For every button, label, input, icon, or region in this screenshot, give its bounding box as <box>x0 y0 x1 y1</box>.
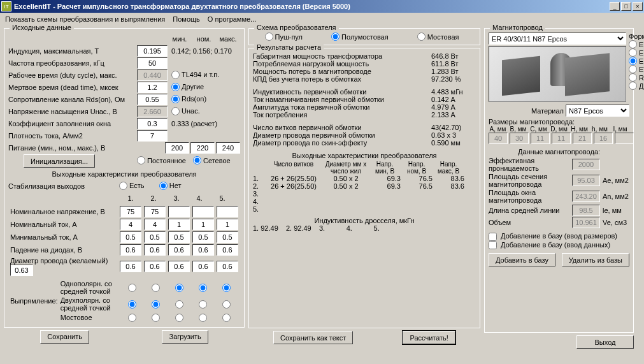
close-button[interactable]: × <box>633 2 643 11</box>
outh-vmax: Напр. макс, В <box>433 161 464 175</box>
calc-button[interactable]: Рассчитать! <box>403 331 455 344</box>
rect3-4[interactable] <box>199 314 207 322</box>
rect2-2[interactable] <box>152 300 160 309</box>
radio-form-R[interactable]: R <box>629 73 644 82</box>
menu-help[interactable]: Помощь <box>173 15 200 23</box>
radio-halfbridge[interactable]: Полумостовая <box>331 33 389 41</box>
imin-1[interactable] <box>120 231 141 243</box>
supply-label: Питание (мин., ном., макс.), В <box>8 144 165 152</box>
rect3-2[interactable] <box>152 314 160 322</box>
rect1-5[interactable] <box>222 284 231 292</box>
chk-add-data[interactable]: Добавление в базу (ввод данных) <box>489 241 610 249</box>
minimize-button[interactable]: _ <box>610 2 620 11</box>
supply-min[interactable] <box>165 142 189 154</box>
radio-stab-no[interactable]: Нет <box>159 182 182 190</box>
vdrop-2[interactable] <box>144 244 166 256</box>
outh-d: Диаметр мм x число жил <box>323 161 369 175</box>
radio-tl494[interactable]: TL494 и т.п. <box>171 71 219 79</box>
rect-opt1: Однополярн. со средней точкой <box>60 280 121 295</box>
core-select[interactable]: ER 40/30/11 N87 Epcos <box>489 33 626 45</box>
inom-3[interactable] <box>168 219 190 230</box>
vnom-5[interactable] <box>217 206 238 217</box>
r7-label: Амплитуда тока первичной обмотки <box>253 103 431 111</box>
rds-input[interactable] <box>137 94 168 105</box>
rect3-3[interactable] <box>175 314 183 322</box>
inom-2[interactable] <box>144 219 166 230</box>
radio-other-ic[interactable]: Другие <box>171 83 204 91</box>
dwire-2[interactable] <box>144 261 166 272</box>
rect2-5[interactable] <box>222 300 231 309</box>
imin-2[interactable] <box>144 231 166 243</box>
radio-dc-supply[interactable]: Постоянное <box>137 156 186 164</box>
r1-value: 646.8 Вт <box>431 52 476 60</box>
scheme-title: Схема преобразователя <box>254 24 339 31</box>
imin-4[interactable] <box>192 231 214 243</box>
induction-input[interactable] <box>137 45 168 57</box>
group-core: Магнитопровод ER 40/30/11 N87 Epcos Форм… <box>484 28 634 333</box>
radio-form-ER[interactable]: ER <box>629 57 644 65</box>
dwire-4[interactable] <box>192 261 214 272</box>
radio-form-Другая[interactable]: Другая <box>629 82 644 90</box>
del-db-button[interactable]: Удалить из базы <box>562 253 629 266</box>
imin-label: Минимальный ток, А <box>10 231 118 243</box>
kfill-input[interactable] <box>137 118 168 129</box>
maximize-button[interactable]: □ <box>621 2 631 11</box>
dwire-label: Диаметр провода (желаемый) <box>10 257 108 265</box>
material-select[interactable]: N87 Epcos <box>566 105 629 117</box>
imin-5[interactable] <box>217 231 238 243</box>
menu-schemes[interactable]: Показать схемы преобразования и выпрямле… <box>5 15 165 23</box>
dwire-5[interactable] <box>217 261 238 272</box>
core-title: Магнитопровод <box>490 24 545 31</box>
col-min: мин. <box>168 35 192 43</box>
supply-nom[interactable] <box>190 142 215 154</box>
dead-input[interactable] <box>137 82 168 93</box>
vnom-2[interactable] <box>144 206 166 217</box>
vnom-4[interactable] <box>192 206 214 217</box>
vnom-1[interactable] <box>120 206 141 217</box>
vdrop-5[interactable] <box>217 244 238 256</box>
rect2-1[interactable] <box>128 300 136 309</box>
r10-label: Диаметр провода первичной обмотки <box>253 131 431 139</box>
load-button[interactable]: Загрузить <box>162 330 208 344</box>
init-button[interactable]: Инициализация... <box>24 154 95 168</box>
rect2-3[interactable] <box>175 300 183 309</box>
save-button[interactable]: Сохранить <box>40 330 89 344</box>
inom-5[interactable] <box>217 219 238 230</box>
vdrop-1[interactable] <box>120 244 141 256</box>
freq-input[interactable] <box>137 57 168 69</box>
vdrop-3[interactable] <box>168 244 190 256</box>
rect2-4[interactable] <box>199 300 207 309</box>
chk-add-dims[interactable]: Добавление в базу (ввод размеров) <box>489 232 617 240</box>
vnom-3[interactable] <box>168 206 190 217</box>
radio-pushpull[interactable]: Пуш-пул <box>265 33 303 41</box>
save-text-button[interactable]: Сохранить как текст <box>273 331 353 344</box>
add-db-button[interactable]: Добавить в базу <box>489 253 555 266</box>
rect1-4[interactable] <box>199 284 207 292</box>
dwire-1[interactable] <box>120 261 141 272</box>
rect3-5[interactable] <box>222 314 231 322</box>
vdrop-4[interactable] <box>192 244 214 256</box>
ae-unit: Ae, мм2 <box>600 177 629 184</box>
radio-unas[interactable]: Uнас. <box>171 107 200 115</box>
inom-4[interactable] <box>192 219 214 230</box>
rect1-1[interactable] <box>128 284 136 292</box>
radio-stab-yes[interactable]: Есть <box>119 182 144 190</box>
exit-button[interactable]: Выход <box>576 335 634 349</box>
menu-about[interactable]: О программе... <box>208 15 256 23</box>
dwire-3[interactable] <box>168 261 190 272</box>
inom-1[interactable] <box>120 219 141 230</box>
supply-max[interactable] <box>216 142 240 154</box>
imin-3[interactable] <box>168 231 190 243</box>
rect1-3[interactable] <box>175 284 183 292</box>
radio-fullbridge[interactable]: Мостовая <box>417 33 459 41</box>
dwire-input[interactable] <box>10 265 33 276</box>
jden-input[interactable] <box>137 130 168 142</box>
rect1-2[interactable] <box>152 284 160 292</box>
rect3-1[interactable] <box>128 314 136 322</box>
radio-form-EI[interactable]: EI <box>629 48 644 57</box>
radio-form-ETD[interactable]: ETD <box>629 65 644 73</box>
radio-rds[interactable]: Rds(on) <box>171 95 206 103</box>
radio-form-E[interactable]: E <box>629 40 644 48</box>
coredata-title: Данные магнитопровода: <box>489 148 629 156</box>
radio-ac-supply[interactable]: Сетевое <box>193 156 231 164</box>
